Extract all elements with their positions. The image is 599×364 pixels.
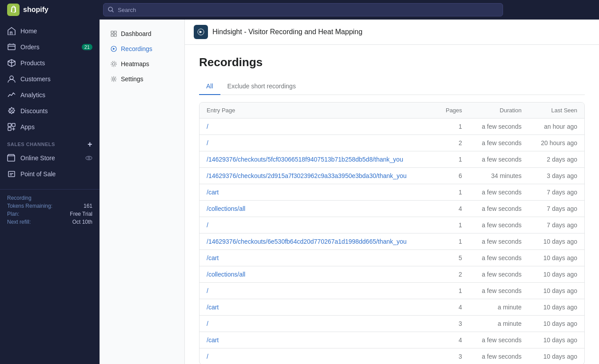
main-content: Hindsight - Visitor Recording and Heat M…	[185, 20, 599, 364]
cell-pages: 4	[435, 332, 469, 348]
sub-sidebar-item-settings[interactable]: Settings	[103, 72, 181, 86]
sub-sidebar-item-recordings[interactable]: Recordings	[103, 42, 181, 56]
table-row[interactable]: /14629376/checkouts/2d915a7f3023962c9a33…	[200, 168, 584, 184]
tab-exclude-short[interactable]: Exclude short recordings	[220, 78, 303, 95]
sidebar-item-discounts[interactable]: Discounts	[0, 103, 100, 119]
svg-point-14	[112, 63, 115, 65]
recordings-icon	[110, 45, 117, 52]
dashboard-icon	[110, 30, 117, 37]
table-row[interactable]: /collections/all 4 a few seconds 7 days …	[200, 201, 584, 217]
cell-pages: 3	[435, 316, 469, 332]
recordings-table-container: Entry Page Pages Duration Last Seen / 1 …	[199, 102, 585, 364]
cell-last-seen: 10 days ago	[529, 233, 584, 250]
sidebar-item-analytics-label: Analytics	[20, 91, 45, 99]
orders-badge: 21	[82, 44, 92, 50]
cell-entry-page: /	[200, 316, 435, 332]
svg-rect-5	[8, 127, 11, 131]
online-store-eye-icon[interactable]	[85, 154, 92, 162]
tokens-label: Tokens Remaining:	[7, 203, 52, 209]
shopify-logo-icon	[7, 4, 20, 16]
cell-last-seen: 2 days ago	[529, 151, 584, 168]
sub-sidebar-dashboard-label: Dashboard	[121, 30, 152, 37]
table-row[interactable]: / 3 a few seconds 10 days ago	[200, 348, 584, 364]
table-row[interactable]: / 1 a few seconds an hour ago	[200, 119, 584, 135]
recording-label: Recording	[7, 195, 32, 201]
sidebar-item-pos[interactable]: Point of Sale	[0, 166, 100, 182]
table-row[interactable]: / 3 a minute 10 days ago	[200, 316, 584, 332]
table-row[interactable]: /collections/all 2 a few seconds 10 days…	[200, 266, 584, 283]
cell-pages: 4	[435, 299, 469, 316]
cell-pages: 1	[435, 119, 469, 135]
sidebar-item-customers[interactable]: Customers	[0, 71, 100, 87]
analytics-icon	[7, 91, 16, 99]
pos-icon	[7, 170, 16, 178]
refill-label: Next refill:	[7, 219, 31, 225]
cell-duration: a few seconds	[469, 201, 529, 217]
cell-entry-page: /cart	[200, 250, 435, 266]
cell-pages: 1	[435, 151, 469, 168]
table-row[interactable]: / 1 a few seconds 7 days ago	[200, 217, 584, 233]
cell-entry-page: /	[200, 283, 435, 299]
table-row[interactable]: /14629376/checkouts/6e530fb64cd20d770267…	[200, 233, 584, 250]
sub-sidebar-item-dashboard[interactable]: Dashboard	[103, 27, 181, 41]
sidebar-item-online-store[interactable]: Online Store	[0, 150, 100, 166]
svg-rect-11	[111, 34, 113, 36]
sidebar-item-home[interactable]: Home	[0, 23, 100, 39]
tokens-value: 161	[84, 203, 92, 209]
svg-point-7	[88, 157, 90, 159]
sidebar-item-customers-label: Customers	[20, 75, 51, 83]
svg-point-15	[111, 61, 116, 67]
cell-pages: 5	[435, 250, 469, 266]
app-header: Hindsight - Visitor Recording and Heat M…	[185, 20, 599, 45]
cell-duration: a few seconds	[469, 250, 529, 266]
table-row[interactable]: / 1 a few seconds 10 days ago	[200, 283, 584, 299]
search-icon	[108, 7, 114, 13]
table-row[interactable]: /cart 1 a few seconds 7 days ago	[200, 184, 584, 201]
add-sales-channel-button[interactable]: +	[88, 140, 92, 148]
sidebar-item-orders[interactable]: Orders 21	[0, 39, 100, 55]
cell-duration: a few seconds	[469, 119, 529, 135]
table-row[interactable]: /cart 5 a few seconds 10 days ago	[200, 250, 584, 266]
table-row[interactable]: /14629376/checkouts/5fcf03066518f9407513…	[200, 151, 584, 168]
shopify-logo[interactable]: shopify	[7, 4, 96, 16]
table-header-row: Entry Page Pages Duration Last Seen	[200, 103, 584, 119]
heatmaps-icon	[110, 60, 117, 67]
cell-entry-page: /cart	[200, 184, 435, 201]
cell-pages: 1	[435, 233, 469, 250]
tab-all[interactable]: All	[199, 78, 220, 95]
cell-last-seen: 7 days ago	[529, 201, 584, 217]
table-row[interactable]: /cart 4 a minute 10 days ago	[200, 299, 584, 316]
table-row[interactable]: /cart 4 a few seconds 10 days ago	[200, 332, 584, 348]
cell-duration: a few seconds	[469, 283, 529, 299]
svg-rect-4	[12, 123, 15, 127]
search-bar[interactable]: Search	[103, 3, 503, 16]
cell-duration: a minute	[469, 299, 529, 316]
shopify-brand-name: shopify	[23, 6, 48, 14]
svg-point-6	[86, 156, 92, 160]
svg-rect-1	[8, 44, 15, 50]
col-header-pages: Pages	[435, 103, 469, 119]
sidebar-item-apps-label: Apps	[20, 123, 35, 131]
app-header-title: Hindsight - Visitor Recording and Heat M…	[212, 28, 363, 36]
cell-pages: 1	[435, 184, 469, 201]
col-header-last-seen: Last Seen	[529, 103, 584, 119]
sales-channels-title: SALES CHANNELS +	[0, 135, 100, 150]
table-row[interactable]: / 2 a few seconds 20 hours ago	[200, 135, 584, 151]
customers-icon	[7, 75, 16, 83]
sidebar-item-analytics[interactable]: Analytics	[0, 87, 100, 103]
col-header-entry-page: Entry Page	[200, 103, 435, 119]
cell-duration: 34 minutes	[469, 168, 529, 184]
cell-entry-page: /14629376/checkouts/6e530fb64cd20d770267…	[200, 233, 435, 250]
cell-pages: 1	[435, 283, 469, 299]
cell-last-seen: 7 days ago	[529, 184, 584, 201]
cell-pages: 3	[435, 348, 469, 364]
sub-sidebar-item-heatmaps[interactable]: Heatmaps	[103, 57, 181, 71]
discounts-icon	[7, 107, 16, 115]
cell-pages: 1	[435, 217, 469, 233]
settings-icon	[110, 75, 117, 83]
cell-duration: a few seconds	[469, 135, 529, 151]
svg-point-16	[113, 78, 115, 80]
cell-entry-page: /collections/all	[200, 201, 435, 217]
sidebar-item-products[interactable]: Products	[0, 55, 100, 71]
sidebar-item-apps[interactable]: Apps	[0, 119, 100, 135]
